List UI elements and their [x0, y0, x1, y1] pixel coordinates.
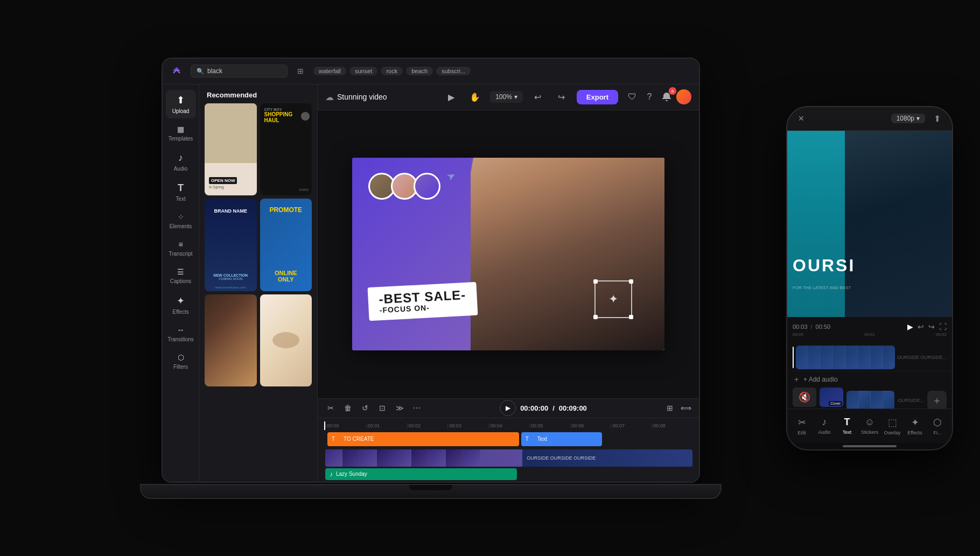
- track-text-label: Text: [533, 436, 551, 442]
- pbn-text[interactable]: T Text: [836, 417, 858, 435]
- elements-icon: ⁘: [178, 213, 184, 221]
- sidebar-item-transitions[interactable]: ↔ Transitions: [166, 321, 196, 347]
- ruler-08: 00:08: [652, 423, 692, 428]
- phone-resolution-selector[interactable]: 1080p ▾: [891, 114, 925, 123]
- ruler-06: 00:06: [570, 423, 611, 428]
- sidebar-label-captions: Captions: [170, 278, 191, 284]
- sidebar-item-filters[interactable]: ⬡ Filters: [166, 349, 196, 374]
- laptop: 🔍 black ⊞ waterfall sunset rock beach su…: [162, 58, 754, 499]
- sidebar-item-transcript[interactable]: ≡ Transcript: [166, 236, 196, 261]
- help-icon[interactable]: ?: [642, 89, 657, 104]
- sidebar: ⬆ Upload ▦ Templates ♪ Audio T Text: [163, 85, 199, 482]
- pbn-filters[interactable]: ⬡ Fi...: [926, 417, 949, 435]
- phone-redo-button[interactable]: ↪: [928, 322, 935, 331]
- zoom-value: 100%: [495, 93, 512, 101]
- timeline-cut-icon[interactable]: ✂: [324, 402, 337, 414]
- phone-upload-button[interactable]: ⬆: [929, 111, 944, 126]
- sidebar-item-elements[interactable]: ⁘ Elements: [166, 208, 196, 234]
- captions-icon: ☰: [177, 268, 184, 276]
- phone-preview: OURSI FOR THE LATEST AND BEST: [787, 131, 952, 317]
- user-avatar[interactable]: [676, 89, 691, 104]
- timeline-delete-icon[interactable]: 🗑: [341, 402, 354, 414]
- tag-waterfall[interactable]: waterfall: [313, 67, 346, 75]
- tag-beach[interactable]: beach: [406, 67, 433, 75]
- phone-preview-subtext: FOR THE LATEST AND BEST: [793, 285, 851, 290]
- template-card-brand-name[interactable]: BRAND NAME NEW COLLECTION COMING SOON ww…: [205, 199, 257, 291]
- phone-video-strip[interactable]: [796, 346, 895, 369]
- phone-video-thumb-strip[interactable]: [846, 391, 894, 410]
- play-button[interactable]: ▶: [443, 88, 460, 105]
- sidebar-label-filters: Filters: [173, 364, 188, 370]
- phone-tl-controls: ▶ ↩ ↪ ⛶: [907, 322, 947, 331]
- canvas-circles: [368, 173, 440, 200]
- timeline-track-to-create[interactable]: T TO CREATE: [327, 432, 519, 446]
- app-header: 🔍 black ⊞ waterfall sunset rock beach su…: [163, 59, 699, 85]
- pbn-stickers[interactable]: ☺ Stickers: [858, 417, 881, 435]
- phone-fullscreen-button[interactable]: ⛶: [939, 322, 947, 331]
- tag-rock[interactable]: rock: [381, 67, 403, 75]
- notification-badge: 8: [669, 87, 676, 95]
- template-card-drums[interactable]: [205, 294, 257, 387]
- search-bar[interactable]: 🔍 black: [191, 65, 288, 78]
- template-card-city-boy[interactable]: CITY BOY SHOPPING HAUL ####: [260, 103, 312, 196]
- template-card-food[interactable]: [260, 294, 312, 387]
- zoom-control[interactable]: 100% ▾: [490, 91, 523, 103]
- phone-home-indicator: [843, 445, 897, 447]
- timeline-crop-icon[interactable]: ⊡: [376, 402, 389, 414]
- hand-tool-button[interactable]: ✋: [466, 88, 484, 105]
- timeline-toolbar: ✂ 🗑 ↺ ⊡ ≫ ⋯ ▶ 00:00:00 / 00:09:00: [318, 399, 699, 418]
- sidebar-item-captions[interactable]: ☰ Captions: [166, 263, 196, 288]
- timeline-more-icon[interactable]: ⋯: [410, 402, 423, 414]
- phone-undo-button[interactable]: ↩: [918, 322, 924, 331]
- sidebar-item-templates[interactable]: ▦ Templates: [166, 121, 196, 146]
- template-card-promote[interactable]: PROMOTE ONLINE ONLY: [260, 199, 312, 291]
- pbn-stickers-label: Stickers: [861, 430, 878, 435]
- video-canvas: ➤ -BEST SALE- -FOCUS ON-: [352, 158, 664, 350]
- app-logo: [169, 64, 184, 79]
- sidebar-item-effects[interactable]: ✦ Effects: [166, 291, 196, 319]
- tag-sunset[interactable]: sunset: [349, 67, 377, 75]
- undo-button[interactable]: ↩: [529, 88, 547, 105]
- notification-icon[interactable]: 8: [659, 89, 674, 104]
- timeline-video-strip[interactable]: [325, 449, 522, 467]
- timeline-speed-icon[interactable]: ≫: [393, 402, 406, 414]
- template-card-open-now[interactable]: OPEN NOW In Spring: [205, 103, 257, 196]
- pbn-stickers-icon: ☺: [865, 417, 874, 428]
- tag-more[interactable]: subscri...: [436, 67, 471, 75]
- timeline-text-strip[interactable]: OURSIDE OURSIDE OURSIDE: [522, 449, 692, 467]
- sidebar-label-audio: Audio: [174, 166, 188, 172]
- pbn-effects-icon: ✦: [911, 417, 919, 428]
- timeline-expand-icon[interactable]: ⊞: [663, 402, 676, 414]
- export-button[interactable]: Export: [577, 90, 618, 104]
- sidebar-item-text[interactable]: T Text: [166, 178, 196, 206]
- sidebar-item-upload[interactable]: ⬆ Upload: [166, 90, 196, 118]
- phone-strip-text: OURSIDE...: [898, 398, 924, 403]
- phone: ✕ 1080p ▾ ⬆ OURSI FOR THE LATEST AND BES…: [786, 106, 953, 451]
- sidebar-label-elements: Elements: [170, 223, 192, 229]
- phone-add-button[interactable]: ＋: [927, 391, 947, 410]
- timeline-play-button[interactable]: ▶: [500, 400, 516, 416]
- timeline-audio-strip[interactable]: ♪ Lazy Sunday: [325, 468, 517, 480]
- phone-track-strips: OURSIDE OURSIDE...: [787, 344, 952, 371]
- ruler-02: 00:02: [407, 423, 448, 428]
- pbn-edit[interactable]: ✂ Edit: [790, 417, 813, 435]
- filter-icon[interactable]: ⊞: [294, 65, 307, 78]
- redo-button[interactable]: ↪: [553, 88, 570, 105]
- sidebar-item-audio[interactable]: ♪ Audio: [166, 148, 196, 176]
- timeline-track-text[interactable]: T Text: [521, 432, 602, 446]
- timeline-loop-icon[interactable]: ↺: [359, 402, 372, 414]
- star-element: ✦: [596, 281, 631, 317]
- phone-unmute-thumb[interactable]: 🔇: [793, 388, 816, 407]
- pbn-effects[interactable]: ✦ Effects: [904, 417, 926, 435]
- phone-add-audio-label[interactable]: + Add audio: [803, 376, 838, 383]
- timeline-content: 00:00 00:01 00:02 00:03 00:04 00:05 00:0…: [318, 418, 699, 482]
- effects-icon: ✦: [177, 295, 185, 307]
- ruler-04: 00:04: [488, 423, 529, 428]
- phone-cover-thumb[interactable]: Cover: [820, 388, 843, 407]
- timeline-fit-icon[interactable]: ⟺: [680, 402, 692, 414]
- phone-close-button[interactable]: ✕: [795, 112, 808, 125]
- pbn-audio[interactable]: ♪ Audio: [813, 417, 836, 435]
- phone-play-button[interactable]: ▶: [907, 322, 913, 331]
- pbn-overlay[interactable]: ⬚ Overlay: [881, 417, 904, 435]
- app-body: ⬆ Upload ▦ Templates ♪ Audio T Text: [163, 85, 699, 482]
